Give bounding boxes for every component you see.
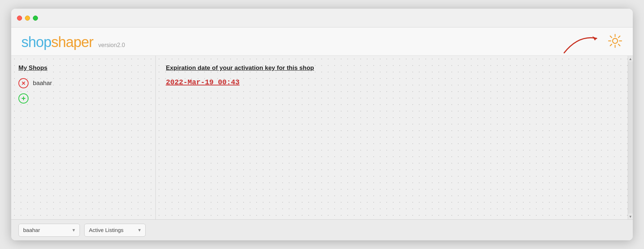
close-button[interactable] [17,16,22,21]
shop-dropdown-arrow: ▼ [72,228,76,233]
svg-line-7 [618,44,620,46]
right-panel: Expiration date of your activation key f… [156,56,633,219]
shop-dropdown[interactable]: baahar ▼ [18,224,80,237]
app-header: shopshaper version2.0 [11,28,633,56]
main-window: shopshaper version2.0 [11,9,633,240]
logo-version: version2.0 [98,42,125,48]
left-panel: My Shops × baahar + [11,56,156,219]
main-content: My Shops × baahar + Expiration date of y… [11,56,633,219]
svg-line-9 [610,44,612,46]
shop-dropdown-value: baahar [23,227,69,233]
listing-type-value: Active Listings [89,227,134,233]
bottom-bar: baahar ▼ Active Listings ▼ [11,219,633,240]
traffic-lights [17,16,38,21]
titlebar [11,9,633,28]
scrollbar[interactable]: ▲ ▼ [628,56,633,219]
shop-name: baahar [33,80,52,87]
arrow-annotation [561,31,604,56]
listing-type-dropdown[interactable]: Active Listings ▼ [84,224,146,237]
minimize-button[interactable] [25,16,30,21]
logo-shop-text: shop [21,34,51,50]
scroll-up-button[interactable]: ▲ [628,56,633,62]
shops-title[interactable]: My Shops [18,64,148,72]
arrow-svg [561,31,604,56]
svg-line-8 [618,36,620,37]
scrollbar-track[interactable] [628,62,633,214]
scroll-down-button[interactable]: ▼ [628,214,633,219]
expiry-date: 2022-Mar-19 00:43 [166,78,623,86]
add-shop-button[interactable]: + [18,93,29,104]
add-shop-item: + [18,93,148,104]
svg-line-6 [610,36,612,37]
maximize-button[interactable] [33,16,38,21]
svg-point-1 [613,38,618,43]
settings-button[interactable] [607,33,623,50]
gear-icon [607,33,623,48]
listing-dropdown-arrow: ▼ [137,228,142,233]
expiry-title: Expiration date of your activation key f… [166,64,623,72]
shop-item: × baahar [18,78,148,88]
logo-shaper-text: shaper [51,34,93,50]
logo: shopshaper version2.0 [21,34,125,50]
remove-shop-button[interactable]: × [18,78,29,88]
